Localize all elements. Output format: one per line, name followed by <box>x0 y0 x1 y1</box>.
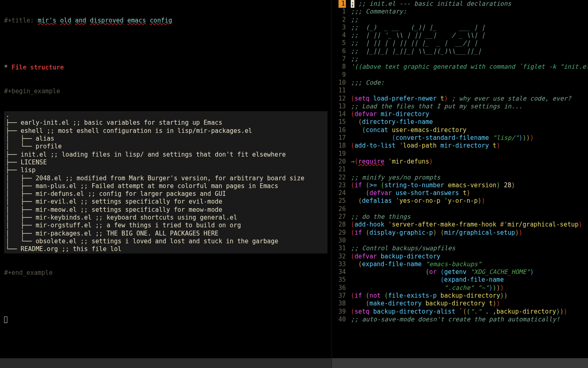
line-number: 23 <box>332 182 346 189</box>
code-line[interactable]: ;; Load the files that I put my settings… <box>351 103 588 110</box>
code-line[interactable] <box>351 150 588 158</box>
code-line[interactable]: ;; Control backups/swapfiles <box>351 245 588 252</box>
org-begin-example: #+begin_example <box>4 88 327 95</box>
code-line[interactable]: ;; | || | | || || |_ _ | __/| | <box>351 39 588 47</box>
code-line[interactable]: (expand-file-name <box>351 276 588 284</box>
line-number: 14 <box>332 110 346 118</box>
tree-line: ├── init.el ;; loading files in lisp/ an… <box>4 151 327 159</box>
code-line[interactable]: (make-directory backup-directory t)) <box>351 300 588 307</box>
line-number: 15 <box>332 118 346 126</box>
line-number: 3 <box>332 24 346 31</box>
code-line[interactable]: (defvar mir-directory <box>351 110 588 118</box>
line-number: 31 <box>332 245 346 252</box>
code-area[interactable]: ; ;; init.el --- basic initial declarati… <box>351 0 588 323</box>
point-cursor: ; <box>351 0 354 8</box>
tree-line: │ ├── mir-keybinds.el ;; keyboard shortc… <box>4 214 327 222</box>
tree-line: │ └── profile <box>4 143 327 150</box>
line-number: 6 <box>332 47 346 55</box>
code-line[interactable]: ;;; Commentary: <box>351 8 588 16</box>
line-number: 12 <box>332 95 346 103</box>
code-line[interactable]: (if (not (file-exists-p backup-directory… <box>351 292 588 300</box>
line-number: 10 <box>332 79 346 87</box>
code-line[interactable] <box>351 87 588 94</box>
line-number: 38 <box>332 300 346 307</box>
code-line[interactable]: ;;; Code: <box>351 79 588 87</box>
code-line[interactable]: ".cache" "~")))) <box>351 284 588 292</box>
tree-line: │ ├── mir-meow.el ;; settings specifical… <box>4 206 327 214</box>
code-line[interactable]: (if (display-graphic-p) (mir/graphical-s… <box>351 229 588 237</box>
right-pane-code-buffer[interactable]: 1123456789101112131415161718192021222324… <box>332 0 588 368</box>
code-line[interactable]: (if (>= (string-to-number emacs-version)… <box>351 182 588 189</box>
code-line[interactable]: '((above text graphic generated with com… <box>351 63 588 71</box>
tree-line: │ ├── mir-packages.el ;; THE BIG ONE. AL… <box>4 230 327 238</box>
line-number: 18 <box>332 142 346 150</box>
org-end-example: #+end_example <box>4 269 327 277</box>
line-number: 28 <box>332 221 346 229</box>
tree-line: │ ├── man-plus.el ;; Failed attempt at m… <box>4 182 327 190</box>
tree-line: ├── early-init.el ;; basic variables for… <box>4 119 327 127</box>
code-line[interactable]: (defalias 'yes-or-no-p 'y-or-n-p)) <box>351 197 588 205</box>
code-line[interactable]: ;; |_||_| |_||_| \\__|(_)\\___||_| <box>351 47 588 55</box>
line-number: 37 <box>332 292 346 300</box>
tree-line: │ ├── mir-evil.el ;; settings specifical… <box>4 198 327 206</box>
line-number: 25 <box>332 197 346 205</box>
line-number-gutter: 1123456789101112131415161718192021222324… <box>332 0 348 368</box>
tree-line: │ └── obsolete.el ;; settings i loved an… <box>4 238 327 245</box>
code-line[interactable]: (or (getenv "XDG_CACHE_HOME") <box>351 268 588 276</box>
tree-line: ├── eshell ;; most eshell configuration … <box>4 127 327 135</box>
code-line[interactable]: ;; <box>351 55 588 63</box>
tree-line: │ ├── 2048.el ;; modified from Mark Burg… <box>4 175 327 182</box>
org-title-line: #+title: mir's old and disproved emacs c… <box>4 17 327 25</box>
line-number: 5 <box>332 39 346 47</box>
line-number: 7 <box>332 55 346 63</box>
line-number: 17 <box>332 134 346 142</box>
line-number: 32 <box>332 253 346 260</box>
org-content[interactable]: #+title: mir's old and disproved emacs c… <box>0 0 332 341</box>
example-block: .├── early-init.el ;; basic variables fo… <box>4 111 327 253</box>
code-line[interactable]: (setq load-prefer-newer t) ; why ever us… <box>351 95 588 103</box>
code-line[interactable]: ;; | || '_ \\ | || __| / _ \\| | <box>351 31 588 39</box>
tree-line: └── README.org ;; this file lol <box>4 245 327 253</box>
code-line[interactable] <box>351 205 588 213</box>
code-line[interactable] <box>351 166 588 173</box>
line-number: 35 <box>332 276 346 284</box>
code-line[interactable]: (convert-standard-filename "lisp/")))) <box>351 134 588 142</box>
code-line[interactable]: (expand-file-name "emacs-backups" <box>351 260 588 268</box>
tree-line: │ ├── alias <box>4 135 327 143</box>
line-number: 4 <box>332 31 346 39</box>
modeline-active[interactable]: N ⎇ main init.el ‹ ELisp/d prefer-utf-8-… <box>332 358 588 368</box>
org-heading: * File structure <box>4 64 327 72</box>
code-line[interactable]: →(require 'mir-defuns) <box>351 158 588 166</box>
code-line[interactable]: ;; do the things <box>351 213 588 221</box>
line-number: 21 <box>332 166 346 173</box>
code-line[interactable]: ; ;; init.el --- basic initial declarati… <box>351 0 588 8</box>
code-line[interactable]: (concat user-emacs-directory <box>351 126 588 134</box>
code-line[interactable]: ;; <box>351 16 588 24</box>
line-number: 40 <box>332 316 346 323</box>
code-line[interactable]: (add-hook 'server-after-make-frame-hook … <box>351 221 588 229</box>
line-number: 19 <box>332 150 346 158</box>
tree-line: │ ├── mir-orgstuff.el ;; a few things i … <box>4 222 327 229</box>
code-line[interactable] <box>351 71 588 79</box>
line-number: 27 <box>332 213 346 221</box>
code-line[interactable]: ;; minify yes/no prompts <box>351 174 588 182</box>
code-line[interactable]: ;; auto-save-mode doesn't create the pat… <box>351 316 588 323</box>
line-number: 39 <box>332 308 346 316</box>
code-line[interactable]: (setq backup-directory-alist `(("." . ,b… <box>351 308 588 316</box>
code-line[interactable]: (defvar backup-directory <box>351 253 588 260</box>
tree-line: ├── lisp <box>4 166 327 174</box>
line-number: 26 <box>332 205 346 213</box>
code-line[interactable] <box>351 237 588 245</box>
line-number: 1 <box>332 8 346 16</box>
modeline-inactive[interactable] <box>0 358 332 368</box>
code-line[interactable]: ;; (_) _ __ (_)| |_ ___ | | <box>351 24 588 31</box>
code-line[interactable]: (directory-file-name <box>351 118 588 126</box>
line-number: 36 <box>332 284 346 292</box>
code-line[interactable]: (defvar use-short-answers t) <box>351 189 588 197</box>
line-number: 16 <box>332 126 346 134</box>
left-pane-org-buffer[interactable]: #+title: mir's old and disproved emacs c… <box>0 0 332 368</box>
line-number: 1 <box>332 0 346 8</box>
org-title-keyword: #+title: <box>4 17 38 24</box>
line-number: 24 <box>332 189 346 197</box>
code-line[interactable]: (add-to-list 'load-path mir-directory t) <box>351 142 588 150</box>
